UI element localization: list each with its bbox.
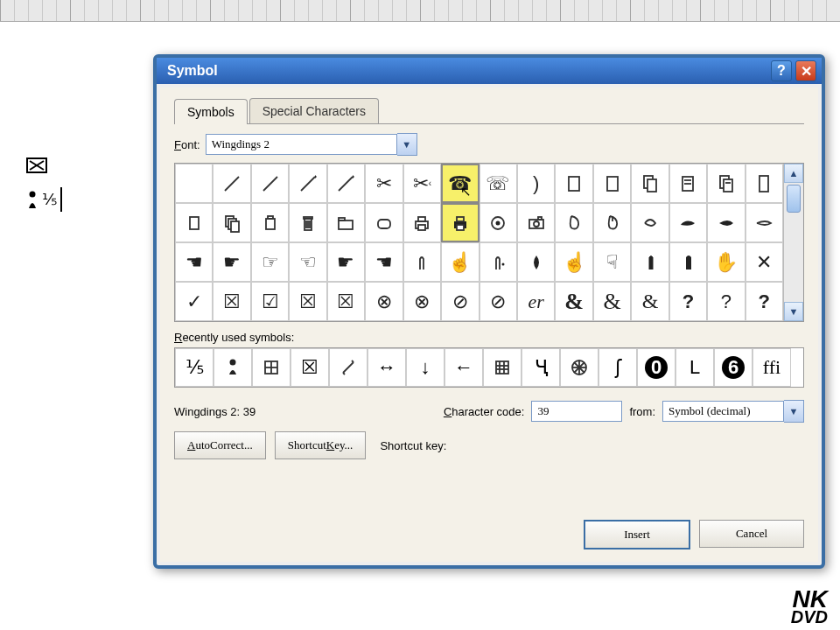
symbol-cell[interactable]	[746, 164, 783, 203]
symbol-cell[interactable]	[593, 203, 631, 242]
symbol-cell[interactable]	[327, 203, 365, 242]
symbol-cell[interactable]: ☚	[175, 242, 213, 282]
symbol-cell[interactable]: ☒	[213, 282, 250, 321]
recent-symbol-cell[interactable]: 0	[637, 348, 676, 387]
symbol-cell[interactable]: ✂	[365, 164, 402, 203]
close-button[interactable]: ✕	[795, 60, 816, 81]
symbol-cell[interactable]	[327, 164, 365, 203]
symbol-cell[interactable]: ?	[746, 282, 783, 321]
symbol-cell[interactable]: ✕	[746, 242, 783, 282]
symbol-cell[interactable]	[631, 242, 668, 282]
symbol-cell[interactable]	[480, 203, 517, 242]
font-combo[interactable]: ▼	[206, 133, 417, 156]
symbol-cell[interactable]: ?	[669, 282, 707, 321]
symbol-cell[interactable]: er	[517, 282, 555, 321]
symbol-cell[interactable]	[593, 164, 631, 203]
chevron-down-icon[interactable]: ▼	[784, 400, 804, 423]
symbol-cell[interactable]	[631, 203, 668, 242]
recent-symbol-cell[interactable]: ffi	[752, 348, 791, 387]
symbol-cell[interactable]: ☏	[480, 164, 517, 203]
tab-special-characters[interactable]: Special Characters	[249, 98, 379, 123]
symbol-cell[interactable]: ☒	[289, 282, 326, 321]
from-input[interactable]	[662, 401, 784, 422]
recent-symbol-cell[interactable]: ⅕	[175, 348, 214, 387]
symbol-cell[interactable]	[251, 203, 289, 242]
symbol-cell[interactable]: ☛	[327, 242, 365, 282]
symbol-cell[interactable]: ⊗	[403, 282, 441, 321]
recent-symbol-cell[interactable]: ʃ	[598, 348, 637, 387]
symbol-cell[interactable]	[517, 203, 555, 242]
symbol-cell[interactable]	[289, 164, 326, 203]
symbol-cell[interactable]: ✂‹	[403, 164, 441, 203]
symbol-cell[interactable]: ☚	[365, 242, 402, 282]
symbol-cell[interactable]	[631, 164, 668, 203]
symbol-cell[interactable]	[517, 242, 555, 282]
shortcut-key-button[interactable]: Shortcut Key...	[275, 431, 367, 459]
cancel-button[interactable]: Cancel	[699, 520, 804, 548]
tab-symbols[interactable]: Symbols	[174, 99, 248, 124]
symbol-cell[interactable]	[669, 242, 707, 282]
symbol-cell[interactable]	[175, 164, 213, 203]
font-input[interactable]	[206, 134, 397, 155]
symbol-cell[interactable]	[669, 164, 707, 203]
symbol-cell[interactable]: ?	[707, 282, 745, 321]
scroll-up-icon[interactable]: ▲	[784, 164, 803, 183]
from-combo[interactable]: ▼	[662, 400, 804, 423]
symbol-cell[interactable]	[707, 203, 745, 242]
symbol-cell[interactable]	[365, 203, 402, 242]
symbol-cell[interactable]: ☝	[555, 242, 592, 282]
symbol-cell[interactable]	[480, 242, 517, 282]
symbol-cell[interactable]: )	[517, 164, 555, 203]
scroll-down-icon[interactable]: ▼	[784, 302, 803, 321]
symbol-cell[interactable]	[746, 203, 783, 242]
symbol-cell[interactable]: ☎↖	[441, 164, 479, 203]
symbol-cell[interactable]: &	[593, 282, 631, 321]
symbol-cell[interactable]	[441, 203, 479, 242]
symbol-cell[interactable]	[555, 203, 592, 242]
recent-symbol-cell[interactable]	[329, 348, 368, 387]
svg-line-8	[339, 177, 353, 191]
symbol-cell[interactable]	[175, 203, 213, 242]
symbol-cell[interactable]: ⊗	[365, 282, 402, 321]
symbol-cell[interactable]: ✋	[707, 242, 745, 282]
symbol-cell[interactable]: &	[631, 282, 668, 321]
symbol-cell[interactable]: ☟	[593, 242, 631, 282]
autocorrect-button[interactable]: AutoCorrect...	[174, 431, 266, 459]
symbol-cell[interactable]	[251, 164, 289, 203]
symbol-cell[interactable]: ☜	[289, 242, 326, 282]
symbol-cell[interactable]: &	[555, 282, 592, 321]
chevron-down-icon[interactable]: ▼	[397, 133, 417, 156]
scrollbar[interactable]: ▲ ▼	[783, 164, 803, 321]
symbol-cell[interactable]: ⊘	[441, 282, 479, 321]
recent-symbol-cell[interactable]: ←	[444, 348, 483, 387]
symbol-cell[interactable]	[403, 242, 441, 282]
recent-symbol-cell[interactable]	[483, 348, 522, 387]
recent-symbol-cell[interactable]: L	[676, 348, 714, 387]
recent-symbol-cell[interactable]: Ҷ	[522, 348, 560, 387]
symbol-cell[interactable]: ☛	[213, 242, 250, 282]
recent-symbol-cell[interactable]	[252, 348, 290, 387]
symbol-cell[interactable]: ⊘	[480, 282, 517, 321]
scroll-thumb[interactable]	[787, 185, 801, 213]
symbol-cell[interactable]	[403, 203, 441, 242]
symbol-cell[interactable]	[707, 164, 745, 203]
recent-symbol-cell[interactable]: ↔	[368, 348, 406, 387]
recent-symbol-cell[interactable]	[560, 348, 598, 387]
recent-symbol-cell[interactable]: ↓	[406, 348, 444, 387]
help-button[interactable]: ?	[771, 60, 792, 81]
symbol-cell[interactable]	[289, 203, 326, 242]
symbol-cell[interactable]: ☞	[251, 242, 289, 282]
symbol-cell[interactable]	[213, 203, 250, 242]
symbol-cell[interactable]: ☑	[251, 282, 289, 321]
insert-button[interactable]: Insert	[584, 520, 690, 550]
symbol-cell[interactable]: ☒	[327, 282, 365, 321]
symbol-cell[interactable]: ✓	[175, 282, 213, 321]
symbol-cell[interactable]	[555, 164, 592, 203]
recent-symbol-cell[interactable]	[214, 348, 252, 387]
symbol-cell[interactable]: ☝	[441, 242, 479, 282]
charcode-input[interactable]	[531, 401, 622, 422]
recent-symbol-cell[interactable]: 6	[714, 348, 752, 387]
symbol-cell[interactable]	[669, 203, 707, 242]
symbol-cell[interactable]	[213, 164, 250, 203]
recent-symbol-cell[interactable]: ☒	[290, 348, 329, 387]
